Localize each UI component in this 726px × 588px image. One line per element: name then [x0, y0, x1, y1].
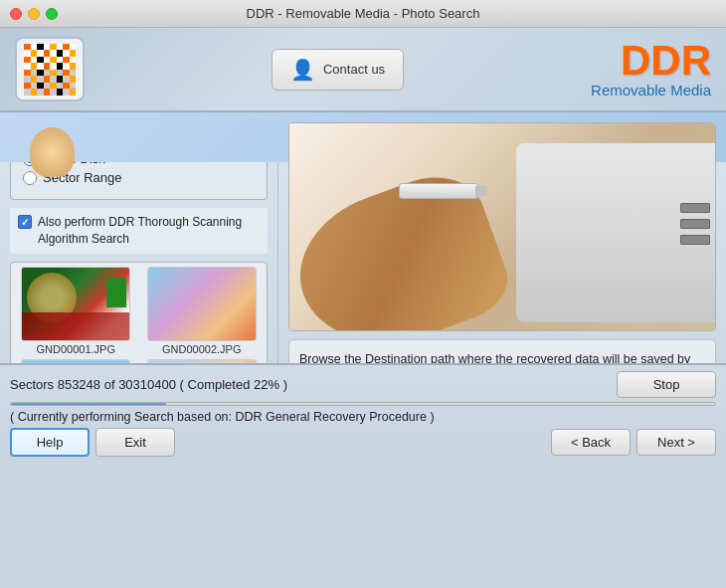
radio-sector-range-indicator [23, 171, 37, 185]
right-buttons: < Back Next > [551, 429, 716, 456]
exit-button[interactable]: Exit [95, 428, 175, 457]
progress-bar-fill [11, 403, 166, 405]
app-logo [15, 37, 85, 101]
contact-label: Contact us [323, 62, 385, 77]
list-item[interactable]: GND00001.JPG [15, 267, 137, 355]
thumbnail-image-2 [147, 267, 257, 341]
checkbox-label: Also perform DDR Thorough Scanning Algor… [38, 214, 260, 248]
main-content: Searching Criteria Entire Disk Sector Ra… [0, 112, 726, 463]
photo-selfie [148, 268, 257, 341]
help-button[interactable]: Help [10, 428, 90, 457]
usb-port-3 [680, 235, 710, 245]
brand-subtitle: Removable Media [591, 82, 711, 98]
checkbox-thorough-scan[interactable]: Also perform DDR Thorough Scanning Algor… [10, 208, 268, 254]
bottom-buttons-row: Help Exit < Back Next > [10, 428, 716, 457]
usb-stick [399, 183, 478, 199]
usb-port-2 [680, 219, 710, 229]
current-operation-text: ( Currently performing Search based on: … [10, 410, 716, 424]
usb-port-1 [680, 203, 710, 213]
brand-area: DDR Removable Media [591, 40, 711, 98]
photo-christmas [22, 268, 130, 341]
thumbnail-image-1 [21, 267, 130, 341]
maximize-button[interactable] [46, 8, 58, 20]
thumbnail-label-2: GND00002.JPG [162, 343, 241, 355]
window-controls [10, 8, 58, 20]
progress-bar-background [10, 402, 716, 406]
usb-ports [680, 203, 710, 245]
status-top-row: Sectors 853248 of 30310400 ( Completed 2… [10, 371, 716, 398]
contact-icon: 👤 [290, 58, 315, 82]
next-button[interactable]: Next > [636, 429, 716, 456]
thumbnail-label-1: GND00001.JPG [37, 343, 115, 355]
logo-checkerboard [24, 44, 76, 96]
checkbox-indicator [18, 215, 32, 229]
window-title: DDR - Removable Media - Photo Search [247, 6, 480, 21]
computer-back [516, 143, 715, 322]
progress-text: Sectors 853248 of 30310400 ( Completed 2… [10, 377, 287, 392]
preview-image [288, 122, 716, 331]
left-buttons: Help Exit [10, 428, 175, 457]
header: 👤 Contact us DDR Removable Media [0, 28, 726, 112]
minimize-button[interactable] [28, 8, 40, 20]
brand-name: DDR [591, 40, 711, 82]
status-bar: Sectors 853248 of 30310400 ( Completed 2… [0, 363, 726, 463]
usb-scene [289, 123, 715, 330]
contact-button[interactable]: 👤 Contact us [272, 49, 404, 91]
close-button[interactable] [10, 8, 22, 20]
back-button[interactable]: < Back [551, 429, 631, 456]
list-item[interactable]: GND00002.JPG [141, 267, 264, 355]
titlebar: DDR - Removable Media - Photo Search [0, 0, 726, 28]
stop-button[interactable]: Stop [617, 371, 716, 398]
